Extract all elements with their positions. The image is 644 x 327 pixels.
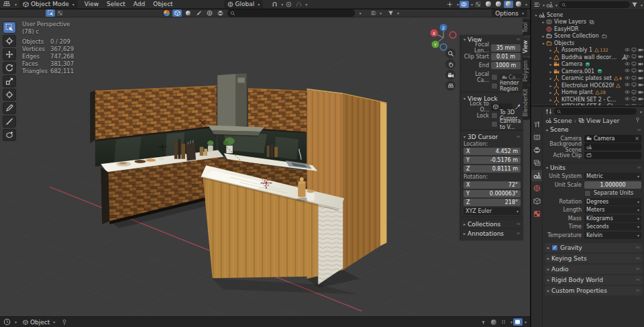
bk-hdr-filter[interactable] bbox=[205, 9, 214, 17]
orientation-dropdown[interactable]: Global ▾ bbox=[224, 0, 264, 9]
hide-viewport-eye-icon[interactable] bbox=[625, 82, 630, 87]
sidebar-tab[interactable]: Polygon bbox=[523, 57, 530, 85]
select-mode-new-icon[interactable] bbox=[46, 9, 55, 17]
bk-materials-filter[interactable] bbox=[183, 9, 193, 17]
bk-brushes-filter[interactable] bbox=[194, 9, 203, 17]
filter-funnel-icon[interactable] bbox=[631, 1, 638, 8]
tool-button[interactable] bbox=[3, 75, 16, 87]
editor-type-icon[interactable] bbox=[3, 0, 11, 8]
menu-item[interactable]: View bbox=[80, 1, 103, 7]
display-mode-icon[interactable] bbox=[533, 1, 540, 8]
properties-tab[interactable] bbox=[531, 195, 542, 207]
cursor-rotation-field[interactable]: Y0.000063° bbox=[464, 190, 521, 197]
outliner-row[interactable]: ▸ Camera bbox=[531, 61, 644, 68]
shading-mode-button[interactable] bbox=[514, 1, 523, 8]
footer-up-icon[interactable] bbox=[479, 318, 488, 326]
properties-editor-icon[interactable] bbox=[545, 108, 552, 115]
camera-to-view-checkbox[interactable] bbox=[491, 121, 498, 128]
collapsed-panel-header[interactable]: ▸Collections≡ bbox=[461, 219, 523, 228]
outliner-row[interactable]: EasyHDR bbox=[531, 26, 644, 33]
outliner-row[interactable]: ▾ Objects bbox=[531, 40, 644, 47]
sidebar-tab[interactable]: View bbox=[523, 37, 530, 56]
scene-panel-header[interactable]: ▾Scene≡ bbox=[543, 125, 644, 134]
blenderkit-search-input[interactable] bbox=[227, 9, 355, 17]
expand-arrow[interactable]: ▸ bbox=[541, 34, 546, 38]
rotation-mode-dropdown[interactable]: XYZ Euler▾ bbox=[464, 207, 521, 215]
tool-button[interactable] bbox=[3, 89, 16, 101]
disable-render-icon[interactable] bbox=[638, 89, 643, 95]
clip-start-field[interactable]: 0.01 m bbox=[491, 53, 521, 60]
dropdown-field[interactable]: Meters▾ bbox=[584, 206, 641, 214]
hide-viewport-eye-icon[interactable] bbox=[625, 75, 630, 81]
shading-options-chevron[interactable]: ▾ bbox=[525, 2, 527, 7]
outliner-row[interactable]: ▸ Assembly 1 132 bbox=[531, 47, 644, 54]
expand-arrow[interactable]: ▸ bbox=[548, 55, 553, 60]
properties-tab[interactable] bbox=[531, 183, 542, 194]
checkbox[interactable] bbox=[584, 190, 591, 197]
hide-viewport-eye-icon[interactable] bbox=[625, 96, 630, 101]
xray-toggle[interactable] bbox=[474, 1, 483, 8]
menu-item[interactable]: Object bbox=[149, 1, 176, 7]
dropdown-field[interactable]: Seconds▾ bbox=[584, 223, 641, 230]
id-field[interactable]: × bbox=[584, 143, 641, 150]
tool-button[interactable] bbox=[3, 62, 16, 74]
hide-viewport-eye-icon[interactable] bbox=[625, 61, 630, 66]
gravity-checkbox[interactable]: ✓ bbox=[551, 244, 558, 251]
render-region-checkbox[interactable] bbox=[491, 83, 498, 89]
proportional-falloff[interactable] bbox=[294, 1, 303, 8]
disable-viewport-icon[interactable] bbox=[631, 75, 637, 81]
expand-arrow[interactable]: ▸ bbox=[548, 62, 553, 66]
collapsed-panel-header[interactable]: ▸Annotations≡ bbox=[461, 228, 523, 238]
pin-id-icon[interactable] bbox=[635, 117, 642, 124]
expand-arrow[interactable]: ▾ bbox=[533, 13, 539, 17]
disable-render-icon[interactable] bbox=[638, 96, 643, 101]
properties-tab[interactable] bbox=[531, 119, 542, 130]
proportional-edit-toggle[interactable] bbox=[284, 1, 293, 8]
outliner-row[interactable]: ▸ Ceramic plates set 4 bbox=[531, 75, 644, 83]
lock-3d-cursor-checkbox[interactable] bbox=[491, 112, 498, 119]
filter-collection-icon[interactable] bbox=[546, 1, 553, 8]
3d-viewport[interactable]: User Perspective (78) c Objects0 / 209 V… bbox=[0, 17, 530, 316]
editor-type-chevron[interactable]: ▾ bbox=[15, 2, 17, 7]
disable-viewport-icon[interactable] bbox=[631, 61, 637, 66]
units-panel-header[interactable]: ▾Units≡ bbox=[543, 163, 644, 173]
collapsed-panel[interactable]: ▸ ✓ Rigid Body World≡ bbox=[545, 275, 643, 285]
breadcrumb-view-layer[interactable]: View Layer bbox=[586, 118, 619, 124]
outliner-row[interactable]: ▸ Buddha wall decoration bbox=[531, 54, 644, 61]
tool-button[interactable] bbox=[3, 102, 16, 114]
tool-button[interactable] bbox=[3, 35, 16, 47]
clear-icon[interactable]: × bbox=[635, 136, 639, 142]
id-field[interactable]: × bbox=[584, 152, 641, 159]
bk-scenes-filter[interactable] bbox=[215, 9, 225, 17]
tool-options-dropdown[interactable]: Options▾ bbox=[492, 9, 527, 17]
expand-arrow[interactable]: ▸ bbox=[548, 48, 553, 52]
cursor-location-field[interactable]: X4.452 m bbox=[464, 148, 521, 155]
gizmo-toggle[interactable] bbox=[445, 1, 455, 8]
footer-grid-icon[interactable] bbox=[499, 318, 508, 326]
disable-render-icon[interactable] bbox=[638, 47, 643, 52]
outliner-row[interactable]: ▾ Scene bbox=[531, 11, 644, 19]
hide-viewport-eye-icon[interactable] bbox=[625, 68, 630, 73]
cursor-location-field[interactable]: Z0.8111 m bbox=[464, 165, 521, 173]
overlays-toggle[interactable] bbox=[460, 1, 469, 8]
select-mode-extend-icon[interactable] bbox=[55, 9, 64, 17]
bk-models-filter[interactable] bbox=[172, 9, 182, 17]
nav-button[interactable] bbox=[445, 81, 455, 91]
footer-snap-icon[interactable] bbox=[489, 318, 498, 326]
nav-button[interactable] bbox=[445, 70, 455, 80]
properties-tab[interactable] bbox=[531, 170, 542, 181]
editor-clock-icon[interactable] bbox=[3, 318, 11, 326]
outliner-row[interactable]: ▸ Home plant 28 bbox=[531, 89, 644, 97]
expand-arrow[interactable]: ▸ bbox=[548, 97, 553, 102]
outliner-row[interactable]: ▸ Electrolux HOC620f bbox=[531, 82, 644, 89]
number-field[interactable]: 1.000000 bbox=[584, 181, 641, 189]
dropdown-field[interactable]: Metric▾ bbox=[584, 173, 641, 180]
disable-viewport-icon[interactable] bbox=[631, 89, 637, 95]
collapsed-panel[interactable]: ▸ ✓ Audio≡ bbox=[545, 265, 643, 274]
shading-mode-button[interactable] bbox=[504, 1, 513, 8]
navigation-gizmo[interactable]: Z X Y bbox=[427, 20, 460, 52]
properties-tab[interactable] bbox=[531, 132, 542, 143]
clip-end-field[interactable]: 1000 m bbox=[491, 62, 521, 69]
menu-item[interactable]: Select bbox=[103, 1, 129, 7]
expand-arrow[interactable]: ▸ bbox=[548, 90, 553, 95]
